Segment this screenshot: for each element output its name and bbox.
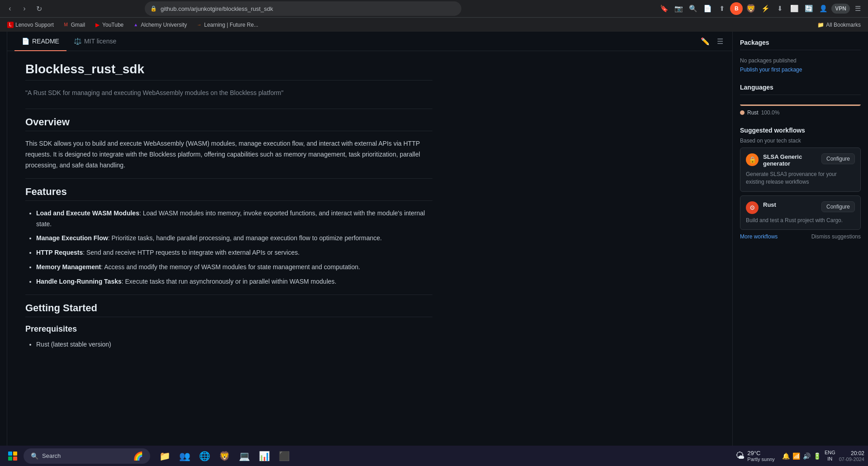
search-icon: 🔍 [31, 452, 38, 460]
tab-license[interactable]: ⚖️ MIT license [66, 32, 123, 51]
readme-area: 📄 README ⚖️ MIT license ✏️ ☰ Blockless_r… [7, 32, 732, 446]
start-button[interactable] [4, 447, 22, 465]
vpn-badge[interactable]: VPN [831, 4, 850, 14]
taskbar-right: 🌤 29°C Partly sunny 🔔 📶 🔊 🔋 ENG IN 20:02… [732, 448, 864, 464]
taskbar-app-edge[interactable]: 🌐 [195, 447, 213, 465]
win-square-4 [13, 456, 17, 461]
taskbar-app-brave[interactable]: 🦁 [215, 447, 233, 465]
features-divider [25, 178, 432, 179]
back-button[interactable]: ‹ [4, 2, 16, 15]
weather-text-area: 29°C Partly sunny [747, 450, 775, 462]
readme-tab-label: README [32, 38, 59, 45]
taskbar-app-files[interactable]: 📁 [156, 447, 174, 465]
downloads-icon[interactable]: ⬇ [773, 2, 786, 15]
weather-icon: 🌤 [735, 451, 745, 461]
menu-icon[interactable]: ☰ [852, 2, 864, 15]
tab-readme[interactable]: 📄 README [14, 32, 66, 51]
languages-section: Languages Rust 100.0% [740, 84, 861, 116]
extensions-icon[interactable]: ⚡ [759, 2, 772, 15]
more-workflows-link[interactable]: More workflows [740, 233, 778, 240]
tray-wifi-icon[interactable]: 📶 [792, 452, 800, 460]
slsa-workflow-card: 🔒 SLSA Generic generator Configure Gener… [740, 147, 861, 192]
overview-divider [25, 109, 432, 109]
address-bar[interactable]: 🔒 github.com/arjunkotgire/blockless_rust… [145, 1, 461, 16]
license-tab-icon: ⚖️ [74, 38, 81, 45]
screenshot-icon[interactable]: 📷 [672, 2, 685, 15]
taskbar-search-bar[interactable]: 🔍 Search 🌈 [24, 448, 150, 464]
powerpoint-icon: 📊 [259, 451, 270, 461]
bookmark-youtube[interactable]: ▶ YouTube [90, 20, 127, 29]
browser-top-bar: ‹ › ↻ 🔒 github.com/arjunkotgire/blockles… [0, 0, 868, 17]
feature-5-text: : Execute tasks that run asynchronously … [122, 278, 337, 285]
readme-content: Blockless_rust_sdk "A Rust SDK for manag… [7, 51, 451, 368]
share-icon[interactable]: ⬆ [716, 2, 728, 15]
toc-button[interactable]: ☰ [715, 35, 725, 48]
bookmark-lenovo[interactable]: L Lenovo Support [4, 20, 57, 29]
reload-button[interactable]: ↻ [33, 2, 45, 15]
dismiss-suggestions-link[interactable]: Dismiss suggestions [811, 233, 861, 240]
tray-notification-icon[interactable]: 🔔 [782, 452, 790, 460]
bookmark-alchemy[interactable]: ▲ Alchemy University [129, 20, 190, 29]
slsa-workflow-desc: Generate SLSA3 provenance for your exist… [746, 171, 855, 186]
rust-workflow-card: ⚙ Rust Configure Build and test a Rust p… [740, 195, 861, 230]
rust-lang-item: Rust 100.0% [740, 109, 861, 116]
weather-condition: Partly sunny [747, 456, 775, 462]
edit-button[interactable]: ✏️ [699, 35, 711, 48]
language-indicator[interactable]: ENG IN [825, 450, 835, 461]
tabs-bar: 📄 README ⚖️ MIT license ✏️ ☰ [7, 32, 732, 51]
profile-icon[interactable]: 👤 [817, 2, 830, 15]
feature-item-2: Manage Execution Flow: Prioritize tasks,… [36, 233, 432, 244]
sync-icon[interactable]: 🔄 [802, 2, 815, 15]
clock-time: 20:02 [839, 450, 864, 456]
getting-started-divider [25, 295, 432, 295]
all-bookmarks-button[interactable]: 📁 All Bookmarks [814, 20, 864, 29]
bookmark-learning[interactable]: → Learning | Future Re... [192, 20, 262, 29]
toolbar-right: 🔖 📷 🔍 📄 ⬆ B 🦁 ⚡ ⬇ ⬜ 🔄 👤 VPN ☰ [658, 2, 864, 15]
system-tray: 🔔 📶 🔊 🔋 [782, 452, 821, 460]
publish-first-package-link[interactable]: Publish your first package [740, 67, 802, 73]
slsa-workflow-title: SLSA Generic generator [763, 153, 817, 167]
bookmark-gmail-label: Gmail [71, 22, 85, 28]
no-packages-text: No packages published [740, 57, 861, 64]
bookmark-learning-label: Learning | Future Re... [204, 22, 258, 28]
nav-buttons: ‹ › ↻ [4, 2, 45, 15]
clock-widget[interactable]: 20:02 07-09-2024 [839, 450, 864, 462]
brave-rewards-icon[interactable]: 🦁 [745, 2, 757, 15]
tray-battery-icon[interactable]: 🔋 [813, 452, 821, 460]
rust-configure-button[interactable]: Configure [821, 201, 855, 212]
search-icon[interactable]: 🔍 [687, 2, 699, 15]
lang-region: IN [825, 456, 835, 462]
brave-icon[interactable]: B [730, 2, 743, 15]
packages-divider [740, 50, 861, 50]
gmail-icon: M [63, 22, 69, 28]
slsa-workflow-header: 🔒 SLSA Generic generator Configure [746, 153, 855, 168]
forward-button[interactable]: › [18, 2, 31, 15]
tab-manager-icon[interactable]: ⬜ [788, 2, 801, 15]
bookmark-icon[interactable]: 🔖 [658, 2, 670, 15]
rust-workflow-title: Rust [763, 201, 817, 208]
taskbar-app-terminal[interactable]: ⬛ [275, 447, 293, 465]
youtube-icon: ▶ [94, 22, 100, 28]
taskbar-app-teams[interactable]: 👥 [175, 447, 194, 465]
reader-icon[interactable]: 📄 [701, 2, 714, 15]
taskbar-app-vscode[interactable]: 💻 [235, 447, 253, 465]
security-icon: 🔒 [150, 5, 157, 12]
brave-taskbar-icon: 🦁 [219, 451, 230, 461]
rust-title-area: Rust [763, 201, 817, 209]
tabs-left: 📄 README ⚖️ MIT license [14, 32, 123, 51]
languages-title: Languages [740, 84, 861, 91]
feature-1-bold: Load and Execute WASM Modules [36, 209, 139, 217]
taskbar-app-powerpoint[interactable]: 📊 [255, 447, 273, 465]
bookmark-gmail[interactable]: M Gmail [59, 20, 89, 29]
overview-content: This SDK allows you to build and execute… [25, 138, 432, 171]
tray-volume-icon[interactable]: 🔊 [803, 452, 811, 460]
workflows-subtitle: Based on your tech stack [740, 138, 861, 144]
weather-widget[interactable]: 🌤 29°C Partly sunny [732, 448, 778, 464]
feature-2-bold: Manage Execution Flow [36, 234, 108, 242]
rust-lang-pct: 100.0% [761, 109, 780, 116]
teams-icon: 👥 [179, 451, 190, 461]
rust-workflow-desc: Build and test a Rust project with Cargo… [746, 217, 855, 224]
win-square-1 [8, 452, 12, 456]
files-icon: 📁 [159, 451, 171, 461]
slsa-configure-button[interactable]: Configure [821, 153, 855, 164]
